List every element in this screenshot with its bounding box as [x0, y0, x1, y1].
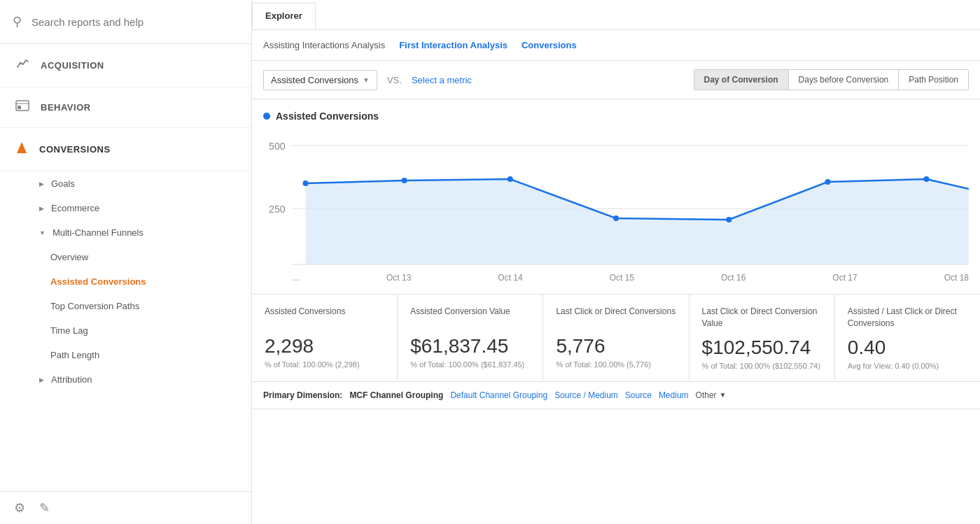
stat-value-2: 5,776 [556, 335, 676, 357]
metric-bar: Assisted Conversions ▼ VS. Select a metr… [252, 61, 980, 99]
stat-value-0: 2,298 [265, 335, 384, 357]
stat-value-1: $61,837.45 [410, 335, 530, 357]
time-btn-path-position[interactable]: Path Position [899, 70, 968, 90]
tab-bar: Explorer [252, 0, 980, 30]
chart-title-row: Assisted Conversions [263, 111, 969, 122]
x-label-oct16: Oct 16 [721, 273, 746, 283]
chart-title: Assisted Conversions [276, 111, 379, 122]
x-label-oct15: Oct 15 [610, 273, 634, 283]
chart-point [402, 178, 407, 183]
vs-label: VS. [387, 75, 402, 85]
stats-row: Assisted Conversions 2,298 % of Total: 1… [252, 294, 980, 382]
stat-label-0: Assisted Conversions [265, 306, 384, 328]
stat-label-3: Last Click or Direct Conversion Value [702, 306, 822, 330]
top-conversion-paths-label: Top Conversion Paths [50, 301, 139, 311]
sidebar-item-time-lag[interactable]: Time Lag [50, 318, 251, 343]
chart-svg: 500 250 [263, 130, 969, 270]
subtab-bar: Assisting Interactions Analysis First In… [252, 30, 980, 61]
primary-dim-default-channel[interactable]: Default Channel Grouping [450, 390, 547, 400]
chart-point [726, 217, 732, 222]
search-bar: ⚲ [0, 0, 251, 44]
stat-cell-assisted-conversion-value: Assisted Conversion Value $61,837.45 % o… [398, 295, 543, 381]
sidebar-item-ecommerce[interactable]: Ecommerce [39, 196, 251, 220]
chart-point [613, 215, 619, 221]
chart-point [507, 176, 513, 182]
sidebar-item-assisted-conversions[interactable]: Assisted Conversions [50, 269, 251, 294]
sidebar-item-multi-channel[interactable]: Multi-Channel Funnels [39, 220, 251, 245]
sidebar-label-conversions: CONVERSIONS [39, 144, 111, 155]
main-content: Explorer Assisting Interactions Analysis… [252, 0, 980, 524]
primary-dim-source[interactable]: Source [625, 390, 652, 400]
time-btn-day-of-conversion[interactable]: Day of Conversion [694, 70, 789, 90]
primary-dim-source-medium[interactable]: Source / Medium [554, 390, 618, 400]
stat-sub-1: % of Total: 100.00% ($61,837.45) [410, 360, 530, 369]
sidebar-label-acquisition: ACQUISITION [41, 60, 104, 71]
edit-icon[interactable]: ✎ [39, 500, 50, 516]
chart-area: Assisted Conversions 500 250 [252, 99, 980, 288]
stat-sub-2: % of Total: 100.00% (5,776) [556, 360, 676, 369]
goals-label: Goals [51, 178, 75, 189]
stat-cell-assisted-conversions: Assisted Conversions 2,298 % of Total: 1… [252, 295, 398, 381]
search-input[interactable] [31, 16, 239, 28]
sidebar-item-conversions[interactable]: CONVERSIONS [0, 128, 251, 171]
tab-explorer[interactable]: Explorer [252, 3, 316, 29]
settings-icon[interactable]: ⚙ [14, 500, 25, 516]
ecommerce-label: Ecommerce [51, 203, 99, 213]
stat-value-3: $102,550.74 [702, 337, 822, 359]
sidebar-item-acquisition[interactable]: ACQUISITION [0, 44, 251, 87]
chart-point [923, 176, 929, 182]
acquisition-icon [15, 57, 29, 74]
multi-channel-label: Multi-Channel Funnels [52, 227, 144, 238]
chart-fill [305, 179, 969, 264]
attribution-label: Attribution [51, 374, 92, 385]
sidebar-item-attribution[interactable]: Attribution [39, 367, 251, 392]
other-label: Other [696, 390, 717, 400]
other-chevron-icon: ▼ [720, 391, 727, 399]
chart-container: 500 250 [263, 130, 969, 270]
stat-cell-assisted-last-click: Assisted / Last Click or Direct Conversi… [835, 295, 980, 381]
stat-sub-4: Avg for View: 0.40 (0.00%) [848, 362, 967, 370]
search-icon: ⚲ [13, 14, 22, 29]
primary-dim-medium[interactable]: Medium [659, 390, 689, 400]
sidebar-item-path-length[interactable]: Path Length [50, 343, 251, 367]
svg-text:250: 250 [269, 204, 286, 215]
select-metric-link[interactable]: Select a metric [412, 75, 472, 85]
stat-sub-0: % of Total: 100.00% (2,298) [265, 360, 384, 369]
primary-dim-value: MCF Channel Grouping [349, 390, 443, 400]
chart-dot [263, 113, 270, 120]
stat-cell-last-click-conversion-value: Last Click or Direct Conversion Value $1… [690, 295, 835, 381]
sidebar-label-behavior: BEHAVIOR [41, 102, 91, 113]
metric-dropdown[interactable]: Assisted Conversions ▼ [263, 70, 377, 90]
sidebar-item-behavior[interactable]: BEHAVIOR [0, 87, 251, 128]
svg-marker-4 [17, 142, 27, 153]
conversions-icon [15, 141, 28, 158]
primary-dim-label: Primary Dimension: [263, 390, 342, 400]
x-label-oct14: Oct 14 [498, 273, 522, 283]
path-length-label: Path Length [50, 350, 99, 360]
overview-label: Overview [50, 252, 88, 262]
x-axis-labels: ... Oct 13 Oct 14 Oct 15 Oct 16 Oct 17 O… [263, 270, 969, 288]
x-label-oct18: Oct 18 [944, 273, 969, 283]
x-label-ellipsis: ... [293, 273, 300, 283]
dropdown-arrow-icon: ▼ [363, 76, 370, 84]
sidebar-item-overview[interactable]: Overview [50, 245, 251, 269]
svg-text:500: 500 [269, 141, 286, 152]
subtab-conversions[interactable]: Conversions [522, 40, 577, 50]
conversions-sub-items: Goals Ecommerce Multi-Channel Funnels Ov… [0, 171, 251, 392]
subtab-assisting-interactions[interactable]: Assisting Interactions Analysis [263, 40, 385, 50]
behavior-icon [15, 100, 29, 115]
assisted-conversions-label: Assisted Conversions [50, 276, 146, 287]
time-lag-label: Time Lag [50, 325, 88, 336]
time-buttons-group: Day of Conversion Days before Conversion… [694, 69, 969, 90]
sidebar-item-goals[interactable]: Goals [39, 171, 251, 196]
svg-rect-3 [18, 106, 21, 109]
stat-label-2: Last Click or Direct Conversions [556, 306, 676, 328]
time-btn-days-before-conversion[interactable]: Days before Conversion [789, 70, 899, 90]
sidebar-item-top-conversion-paths[interactable]: Top Conversion Paths [50, 294, 251, 318]
stat-label-4: Assisted / Last Click or Direct Conversi… [848, 306, 967, 330]
x-label-oct13: Oct 13 [386, 273, 411, 283]
primary-dim-other-dropdown[interactable]: Other ▼ [696, 390, 727, 400]
stat-sub-3: % of Total: 100.00% ($102,550.74) [702, 362, 822, 370]
svg-point-0 [20, 62, 22, 64]
subtab-first-interaction[interactable]: First Interaction Analysis [399, 40, 507, 50]
